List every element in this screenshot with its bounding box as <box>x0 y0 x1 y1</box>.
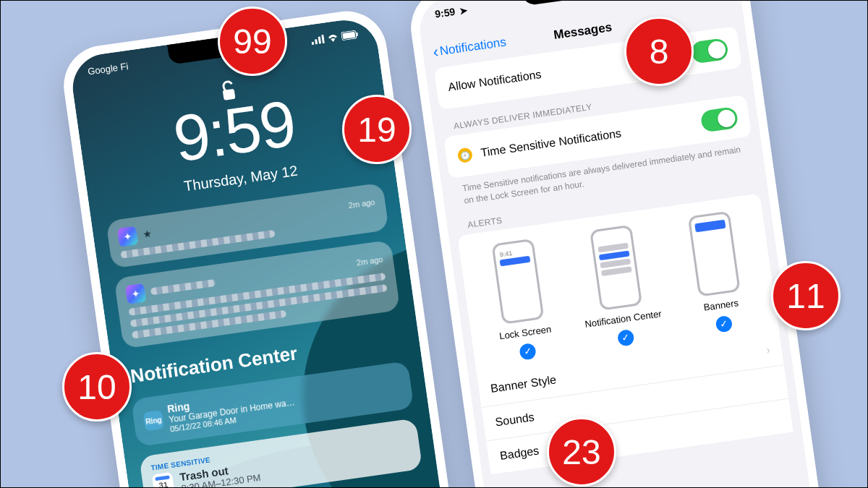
svg-rect-3 <box>321 34 325 43</box>
allow-notifications-switch[interactable] <box>690 38 729 64</box>
banner-style-label: Banner Style <box>490 373 557 395</box>
time-sensitive-switch[interactable] <box>700 106 739 133</box>
time-sensitive-label: Time Sensitive Notifications <box>480 127 622 160</box>
messenger-icon: ✦ <box>117 226 138 247</box>
alert-opt-lockscreen[interactable]: 9:41 Lock Screen ✓ <box>467 235 574 366</box>
alert-opt-label: Banners <box>703 297 739 313</box>
ring-icon: Ring <box>143 410 164 431</box>
banner-preview-icon <box>687 210 740 296</box>
allow-notifications-label: Allow Notifications <box>447 68 542 94</box>
alert-opt-nc[interactable]: Notification Center ✓ <box>565 221 672 352</box>
carrier-label: Google Fi <box>87 61 129 77</box>
check-icon: ✓ <box>715 314 733 333</box>
nc-preview-icon <box>590 224 642 310</box>
calendar-icon: 31 <box>152 472 175 488</box>
back-button[interactable]: ‹ Notifications <box>432 33 508 61</box>
callout-badge: 10 <box>62 352 132 421</box>
signal-icon <box>310 34 324 44</box>
alert-opt-banners[interactable]: Banners ✓ <box>663 207 770 338</box>
location-icon: ➤ <box>459 4 468 16</box>
page-title: Messages <box>553 20 613 43</box>
callout-badge: 19 <box>342 95 412 164</box>
check-icon: ✓ <box>617 328 635 346</box>
wifi-icon <box>326 33 339 43</box>
status-clock: 9:59 <box>434 6 456 20</box>
callout-badge: 8 <box>624 17 694 86</box>
callout-badge: 99 <box>218 7 287 76</box>
svg-rect-5 <box>342 31 355 38</box>
messenger-icon: ✦ <box>125 283 146 304</box>
check-icon: ✓ <box>519 342 537 360</box>
lockscreen-preview-icon: 9:41 <box>492 238 545 324</box>
notif-time: 2m ago <box>348 197 375 210</box>
sounds-label: Sounds <box>495 411 535 429</box>
badges-label: Badges <box>499 444 540 462</box>
notif-time: 2m ago <box>356 254 383 267</box>
chevron-right-icon: › <box>765 343 770 356</box>
svg-rect-1 <box>315 39 318 44</box>
alert-opt-label: Notification Center <box>584 308 662 330</box>
battery-icon <box>341 30 359 40</box>
svg-rect-2 <box>318 36 321 43</box>
alert-opt-label: Lock Screen <box>498 323 552 341</box>
svg-rect-0 <box>312 41 315 44</box>
settings-phone: 9:59 ➤ ‹ Notifications Messages <box>406 0 839 488</box>
callout-badge: 23 <box>547 417 616 487</box>
callout-badge: 11 <box>771 261 841 330</box>
lockscreen-phone: Google Fi 9:59 Thursday, May 12 <box>59 6 474 488</box>
clock-icon: 🕘 <box>457 147 474 163</box>
